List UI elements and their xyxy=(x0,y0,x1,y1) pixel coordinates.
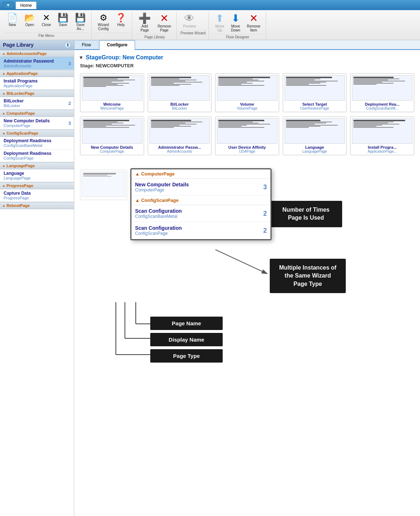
tab-flow[interactable]: Flow xyxy=(74,40,98,49)
caret-icon: ▲ xyxy=(135,171,140,177)
sidebar-category-reboot[interactable]: ▲ RebootPage xyxy=(0,202,74,209)
page-card-type-3: VolumePage xyxy=(237,106,257,110)
stage-group-title: ▼ StageGroup: New Computer xyxy=(79,54,416,61)
open-icon: 📂 xyxy=(24,13,35,22)
save-as-button[interactable]: 💾 Save As... xyxy=(72,12,88,32)
save-label: Save xyxy=(59,23,67,27)
sidebar-category-label: ConfigScanPage xyxy=(7,131,38,135)
sidebar-item-language[interactable]: Language LanguagePage xyxy=(0,169,74,182)
zoomed-item-scan-1[interactable]: Scan Configuration ConfigScanBareMetal 2 xyxy=(131,205,270,222)
home-tab[interactable]: Home xyxy=(16,1,37,9)
wizard-config-button[interactable]: ⚙ Wizard Config xyxy=(95,12,112,32)
pages-row-2: 6 New Computer Details ComputerPage 7 xyxy=(79,115,416,157)
annotation-area: ▲ ComputerPage New Computer Details Comp… xyxy=(74,161,420,378)
zoomed-item-scan-2[interactable]: Scan Configuration ConfigScanPage 2 xyxy=(131,222,270,239)
page-card-7[interactable]: 7 Administrator Passw... AdminAccounts xyxy=(148,117,212,155)
page-card-name-9: Language xyxy=(305,145,324,149)
sidebar-item-display-name: New Computer Details xyxy=(4,118,50,123)
save-icon: 💾 xyxy=(58,13,68,22)
page-card-3[interactable]: 3 Volume VolumePage xyxy=(215,73,279,112)
add-page-button[interactable]: ➕ Add Page xyxy=(136,12,154,33)
page-card-2[interactable]: 2 BitLocker BitLocker xyxy=(148,73,212,112)
stage-group-label: StageGroup: New Computer xyxy=(86,54,163,61)
page-thumbnail-6 xyxy=(82,118,142,144)
page-card-type-5: ConfigScanBareM... xyxy=(366,106,399,110)
count-label-box: Number of Times Page Is Used xyxy=(270,201,342,227)
zoomed-item-type: ComputerPage xyxy=(135,187,189,193)
page-card-10[interactable]: 10 Install Progra... ApplicationPage... xyxy=(350,117,414,155)
zoomed-item-count: 2 xyxy=(263,227,267,234)
save-button[interactable]: 💾 Save xyxy=(55,12,71,28)
page-name-box: Page Name xyxy=(150,317,223,330)
page-card-5[interactable]: 5 Deployment Rea... ConfigScanBareM... xyxy=(350,73,414,112)
pages-row-1: 1 Welcome WelcomePage 2 xyxy=(79,72,416,114)
sidebar-item-new-computer-details[interactable]: New Computer Details ComputerPage 3 xyxy=(0,117,74,130)
zoomed-item-computer[interactable]: New Computer Details ComputerPage 3 xyxy=(131,179,270,196)
sidebar-category-adminaccounts[interactable]: ▲ AdminAccountsPage xyxy=(0,50,74,57)
ribbon-group-file-items: 📄 New 📂 Open ✕ Close 💾 Save 💾 Save xyxy=(4,12,88,32)
ribbon-group-wizard: ⚙ Wizard Config ❓ Help xyxy=(92,12,132,40)
page-thumbnail-7 xyxy=(150,118,210,144)
close-icon: ✕ xyxy=(43,13,50,22)
sidebar-category-language[interactable]: ▲ LanguagePage xyxy=(0,162,74,169)
sidebar-item-content: Install Programs ApplicationPage xyxy=(4,79,38,88)
sidebar-item-content: New Computer Details ComputerPage xyxy=(4,118,50,128)
collapse-button[interactable]: ▼ xyxy=(79,55,84,60)
remove-item-button[interactable]: ✕ Remove Item xyxy=(244,12,263,33)
open-button[interactable]: 📂 Open xyxy=(22,12,38,28)
content-tabs: Flow Configure xyxy=(74,40,420,50)
sidebar-item-admin-content: Administrator Password AdminAccounts xyxy=(4,59,54,68)
sidebar-item-install-programs[interactable]: Install Programs ApplicationPage xyxy=(0,77,74,90)
tab-configure[interactable]: Configure xyxy=(99,40,135,50)
caret-icon: ▲ xyxy=(2,52,5,55)
sidebar-category-application[interactable]: ▲ ApplicationPage xyxy=(0,70,74,77)
page-thumbnail-10 xyxy=(352,118,412,144)
app-menu-button[interactable]: ▼ xyxy=(3,2,13,8)
page-card-4[interactable]: 4 Select Target UserRestorePage xyxy=(283,73,347,112)
sidebar-item-admin-password[interactable]: Administrator Password AdminAccounts 3 xyxy=(0,57,74,70)
instances-label-box: Multiple Instances of the Same Wizard Pa… xyxy=(270,259,346,293)
help-button[interactable]: ❓ Help xyxy=(113,12,129,28)
sidebar-category-computer[interactable]: ▲ ComputerPage xyxy=(0,110,74,117)
sidebar-item-display-name: Language xyxy=(4,171,31,176)
file-menu-label: File Menu xyxy=(4,33,88,38)
zoomed-category-computer: ▲ ComputerPage xyxy=(131,169,270,179)
move-down-button[interactable]: ⬇ Move Down xyxy=(228,12,243,33)
preview-icon: 👁 xyxy=(184,13,194,24)
move-up-button[interactable]: ⬆ Move Up xyxy=(213,12,227,33)
sidebar-item-display-name: Deployment Readiness xyxy=(4,138,51,143)
page-card-name-2: BitLocker xyxy=(171,102,189,106)
sidebar-category-label: AdminAccountsPage xyxy=(7,51,47,56)
sidebar-category-label: BitLockerPage xyxy=(7,91,34,96)
page-card-9[interactable]: 9 Language LanguagePage xyxy=(283,117,347,155)
sidebar-category-configscan[interactable]: ▲ ConfigScanPage xyxy=(0,130,74,137)
sidebar-item-content: Language LanguagePage xyxy=(4,171,31,180)
sidebar-item-bitlocker[interactable]: BitLocker BitLocker 2 xyxy=(0,97,74,110)
sidebar-category-bitlocker[interactable]: ▲ BitLockerPage xyxy=(0,90,74,97)
page-card-name-3: Volume xyxy=(240,102,254,106)
close-label: Close xyxy=(42,23,51,27)
page-card-1[interactable]: 1 Welcome WelcomePage xyxy=(80,73,144,112)
sidebar-item-capture-data[interactable]: Capture Data ProgressPage xyxy=(0,189,74,202)
preview-button[interactable]: 👁 Preview xyxy=(180,12,198,29)
sidebar-item-count: 3 xyxy=(68,61,71,66)
ribbon-group-flow: ⬆ Move Up ⬇ Move Down ✕ Remove Item Flow… xyxy=(210,12,266,40)
sidebar-item-type: AdminAccounts xyxy=(4,64,54,68)
page-card-6[interactable]: 6 New Computer Details ComputerPage xyxy=(80,117,144,155)
caret-icon: ▲ xyxy=(2,184,5,187)
remove-page-button[interactable]: ✕ Remove Page xyxy=(155,12,173,33)
move-up-icon: ⬆ xyxy=(215,13,224,24)
page-card-8[interactable]: 8 User Device Affinity UDAPage xyxy=(215,117,279,155)
new-icon: 📄 xyxy=(7,13,18,22)
sidebar-category-progress[interactable]: ▲ ProgressPage xyxy=(0,182,74,189)
sidebar-item-content: Deployment Readiness ConfigScanPage xyxy=(4,151,51,160)
new-button[interactable]: 📄 New xyxy=(4,12,20,28)
close-button[interactable]: ✕ Close xyxy=(39,12,54,28)
sidebar-info-button[interactable]: ℹ xyxy=(64,42,71,48)
page-card-partial-1[interactable] xyxy=(80,170,127,200)
sidebar-item-deployment-readiness-2[interactable]: Deployment Readiness ConfigScanPage xyxy=(0,149,74,162)
zoomed-item-type: ConfigScanBareMetal xyxy=(135,214,182,219)
sidebar-category-label: LanguagePage xyxy=(7,164,35,168)
sidebar-item-content: Capture Data ProgressPage xyxy=(4,191,31,200)
sidebar-item-deployment-readiness-1[interactable]: Deployment Readiness ConfigScanBareMetal xyxy=(0,137,74,149)
